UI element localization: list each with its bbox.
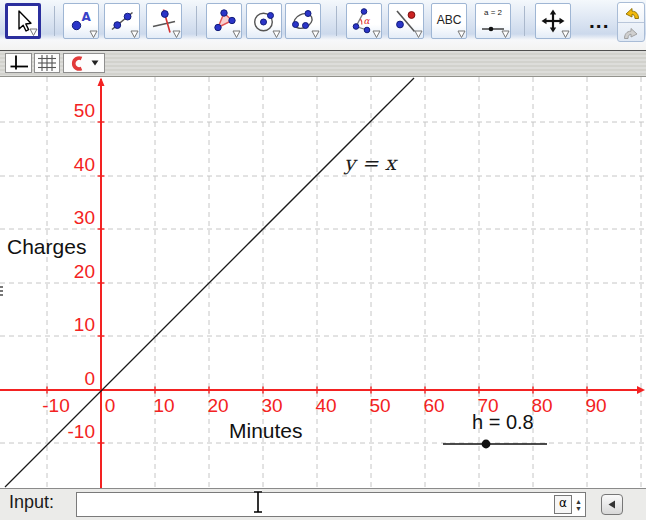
toolbar-separator bbox=[54, 6, 55, 36]
tool-move-button[interactable] bbox=[5, 3, 41, 39]
input-bar: Input: α ▲ ▼ bbox=[0, 488, 646, 520]
grid-lines bbox=[0, 77, 646, 488]
point-capturing-magnet-icon bbox=[69, 55, 86, 72]
chevron-down-icon bbox=[89, 30, 98, 38]
y-tick-label: 30 bbox=[0, 208, 95, 228]
chevron-down-icon bbox=[457, 30, 466, 38]
x-tick-label: 90 bbox=[576, 395, 616, 417]
tool-line-button[interactable] bbox=[104, 3, 140, 39]
toggle-grid-button[interactable] bbox=[34, 53, 60, 73]
tool-polygon-button[interactable] bbox=[206, 3, 242, 39]
chevron-down-icon bbox=[29, 28, 38, 36]
svg-text:A: A bbox=[82, 10, 92, 24]
chevron-down-icon bbox=[91, 60, 99, 66]
triangle-left-icon bbox=[608, 500, 616, 509]
algebra-input[interactable] bbox=[77, 493, 554, 516]
graph-canvas bbox=[0, 77, 646, 488]
geogebra-window: A bbox=[0, 0, 646, 520]
y-tick-label: 50 bbox=[0, 101, 95, 121]
input-help-toggle-button[interactable] bbox=[601, 494, 623, 515]
slider-h-handle[interactable] bbox=[482, 440, 491, 449]
redo-icon bbox=[623, 26, 640, 40]
x-tick-label: 0 bbox=[90, 395, 130, 417]
toolbar-separator bbox=[336, 6, 337, 36]
panel-edge-handle bbox=[0, 286, 3, 296]
toolbar-separator bbox=[196, 6, 197, 36]
input-history-spinner[interactable]: ▲ ▼ bbox=[575, 498, 582, 512]
y-tick-label: 20 bbox=[0, 262, 95, 282]
slider-h bbox=[443, 440, 547, 449]
axes-icon bbox=[8, 54, 30, 72]
point-capturing-button[interactable] bbox=[63, 53, 105, 73]
tool-ellipse-button[interactable] bbox=[285, 3, 321, 39]
input-label: Input: bbox=[9, 492, 54, 513]
text-tool-label: ABC bbox=[432, 13, 466, 27]
svg-text:α: α bbox=[364, 16, 371, 26]
x-tick-label: 30 bbox=[252, 395, 292, 417]
tool-slider-button[interactable]: a = 2 bbox=[475, 3, 511, 39]
chevron-down-icon bbox=[561, 30, 570, 38]
toggle-axes-button[interactable] bbox=[5, 53, 32, 73]
y-tick-label: 40 bbox=[0, 155, 95, 175]
more-tools-button[interactable]: ... bbox=[583, 3, 615, 39]
tool-circle-button[interactable] bbox=[246, 3, 282, 39]
chevron-down-icon bbox=[272, 30, 281, 38]
chevron-down-icon bbox=[311, 30, 320, 38]
spinner-down-icon: ▼ bbox=[575, 505, 582, 512]
tool-perpendicular-line-button[interactable] bbox=[146, 3, 182, 39]
toolbar-separator bbox=[524, 6, 525, 36]
undo-icon bbox=[623, 6, 640, 20]
chevron-down-icon bbox=[172, 30, 181, 38]
greek-letters-button[interactable]: α bbox=[554, 495, 572, 514]
x-tick-label: 60 bbox=[414, 395, 454, 417]
x-axis-title[interactable]: Minutes bbox=[229, 419, 303, 443]
tool-point-button[interactable]: A bbox=[63, 3, 99, 39]
x-tick-label: -10 bbox=[36, 395, 76, 417]
main-toolbar: A bbox=[0, 0, 646, 51]
chevron-down-icon bbox=[501, 30, 510, 38]
graphics-view-stylebar bbox=[0, 51, 646, 77]
x-tick-label: 40 bbox=[306, 395, 346, 417]
function-label[interactable]: y = x bbox=[344, 151, 396, 175]
y-tick-label: 0 bbox=[0, 369, 95, 389]
y-tick-label: -10 bbox=[0, 422, 95, 442]
input-field-wrap: α ▲ ▼ bbox=[76, 492, 586, 517]
slider-tool-label: a = 2 bbox=[476, 8, 510, 17]
tool-move-view-button[interactable] bbox=[535, 3, 571, 39]
y-tick-label: 10 bbox=[0, 315, 95, 335]
redo-button[interactable] bbox=[618, 23, 644, 42]
slider-label[interactable]: h = 0.8 bbox=[472, 411, 534, 434]
chevron-down-icon bbox=[130, 30, 139, 38]
chevron-down-icon bbox=[232, 30, 241, 38]
chevron-down-icon bbox=[372, 30, 381, 38]
undo-redo-group bbox=[617, 2, 645, 42]
x-tick-label: 20 bbox=[198, 395, 238, 417]
graphics-view[interactable]: -10 0 10 20 30 40 50 60 70 80 90 50 40 3… bbox=[0, 77, 646, 488]
axes bbox=[0, 78, 645, 489]
undo-button[interactable] bbox=[618, 3, 644, 22]
spinner-up-icon: ▲ bbox=[575, 498, 582, 505]
x-tick-label: 10 bbox=[144, 395, 184, 417]
x-tick-label: 50 bbox=[360, 395, 400, 417]
tool-angle-button[interactable]: α bbox=[346, 3, 382, 39]
grid-icon bbox=[37, 54, 57, 72]
chevron-down-icon bbox=[414, 30, 423, 38]
y-axis-title[interactable]: Charges bbox=[7, 235, 86, 259]
tool-text-button[interactable]: ABC bbox=[431, 3, 467, 39]
tool-reflect-button[interactable] bbox=[388, 3, 424, 39]
